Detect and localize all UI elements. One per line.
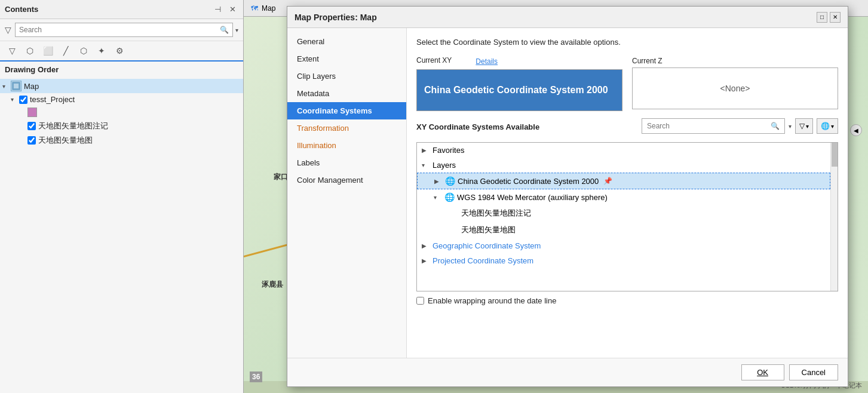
layer1-label: 天地图矢量地图注记 bbox=[38, 121, 108, 131]
china-geodetic-label: China Geodetic Coordinate System 2000 bbox=[458, 177, 599, 186]
nav-extent[interactable]: Extent bbox=[287, 50, 406, 67]
layers-label: Layers bbox=[433, 161, 456, 170]
sub-layer2-item[interactable]: 天地图矢量地图 bbox=[417, 222, 830, 238]
xy-globe-button[interactable]: 🌐 ▾ bbox=[817, 118, 838, 134]
project-tree-item[interactable]: ▾ tesst_Project bbox=[8, 93, 243, 106]
xy-search-dropdown-icon[interactable]: ▾ bbox=[789, 123, 792, 130]
current-xy-label: Current XY bbox=[416, 56, 452, 65]
map-label: Map bbox=[24, 82, 39, 91]
nav-labels[interactable]: Labels bbox=[287, 154, 406, 171]
polygon-tool-icon[interactable]: ⬡ bbox=[76, 44, 91, 58]
wgs1984-expand-icon[interactable]: ▾ bbox=[434, 194, 442, 201]
nav-metadata[interactable]: Metadata bbox=[287, 85, 406, 102]
current-z-value: <None> bbox=[720, 84, 750, 93]
scrollbar-thumb[interactable] bbox=[832, 143, 838, 167]
globe-dropdown-icon: ▾ bbox=[831, 123, 834, 130]
nav-illumination[interactable]: Illumination bbox=[287, 137, 406, 154]
favorites-label: Favorites bbox=[433, 146, 464, 155]
swatch-item bbox=[17, 106, 243, 119]
geographic-cs-label: Geographic Coordinate System bbox=[433, 241, 541, 250]
dialog-restore-button[interactable]: □ bbox=[817, 12, 827, 23]
xy-search-input[interactable] bbox=[647, 122, 771, 130]
xy-search-icon: 🔍 bbox=[771, 122, 780, 130]
map-properties-dialog: Map Properties: Map □ ✕ General Extent C… bbox=[287, 6, 848, 387]
china-pin-icon: 📌 bbox=[603, 177, 612, 185]
cylinder-tool-icon[interactable]: ⬡ bbox=[23, 44, 37, 58]
favorites-item[interactable]: ▶ Favorites bbox=[417, 143, 830, 158]
coord-tree: ▶ Favorites ▾ Layers ▶ 🌐 China Geodet bbox=[417, 143, 830, 291]
coord-header-row: Current XY Details China Geodetic Coordi… bbox=[416, 56, 838, 111]
current-z-box[interactable]: <None> bbox=[632, 67, 838, 109]
line-tool-icon[interactable]: ╱ bbox=[59, 44, 73, 58]
xy-filter-button[interactable]: ▽ ▾ bbox=[795, 118, 813, 134]
search-submit-icon[interactable]: 🔍 bbox=[220, 26, 229, 34]
dialog-body: General Extent Clip Layers Metadata Coor… bbox=[287, 28, 848, 358]
titlebar-icons: ⊣ ✕ bbox=[212, 4, 238, 15]
current-xy-section: Current XY Details China Geodetic Coordi… bbox=[416, 56, 622, 111]
layer1-tree-item[interactable]: 天地图矢量地图注记 bbox=[17, 119, 243, 133]
nav-clip-layers[interactable]: Clip Layers bbox=[287, 67, 406, 85]
cancel-button[interactable]: Cancel bbox=[789, 364, 838, 380]
wrap-checkbox[interactable] bbox=[416, 297, 424, 305]
filter-funnel-icon: ▽ bbox=[799, 122, 805, 130]
pin-window-icon[interactable]: ⊣ bbox=[212, 4, 223, 15]
layer2-label: 天地图矢量地图 bbox=[38, 135, 93, 146]
sub-layer1-item[interactable]: 天地图矢量地图注记 bbox=[417, 205, 830, 222]
china-globe-icon: 🌐 bbox=[445, 176, 455, 186]
current-z-label: Current Z bbox=[632, 57, 662, 65]
ok-button[interactable]: OK bbox=[741, 364, 784, 380]
china-geodetic-expand-icon[interactable]: ▶ bbox=[434, 178, 443, 185]
projected-cs-item[interactable]: ▶ Projected Coordinate System bbox=[417, 253, 830, 268]
favorites-expand-icon[interactable]: ▶ bbox=[422, 147, 430, 153]
layer2-checkbox[interactable] bbox=[27, 136, 36, 145]
project-checkbox[interactable] bbox=[19, 96, 27, 104]
map-expand-icon[interactable]: ▾ bbox=[2, 83, 11, 90]
contents-panel: Contents ⊣ ✕ ▽ 🔍 ▾ ▽ ⬡ ⬜ ╱ ⬡ ✦ ⚙ Drawing… bbox=[0, 0, 244, 393]
map-tree-item[interactable]: ▾ Map bbox=[0, 79, 243, 93]
dialog-close-button[interactable]: ✕ bbox=[830, 12, 841, 23]
project-label: tesst_Project bbox=[30, 95, 75, 104]
nav-color-management[interactable]: Color Management bbox=[287, 171, 406, 189]
wrap-label: Enable wrapping around the date line bbox=[428, 296, 556, 305]
current-xy-box[interactable]: China Geodetic Coordinate System 2000 bbox=[416, 69, 622, 111]
dialog-titlebar: Map Properties: Map □ ✕ bbox=[287, 7, 848, 28]
layer1-checkbox[interactable] bbox=[27, 122, 36, 130]
map-label-36: 36 bbox=[250, 372, 262, 381]
drawing-order-label: Drawing Order bbox=[0, 62, 243, 78]
instruction-text: Select the Coordinate System to view the… bbox=[416, 38, 838, 47]
search-input[interactable] bbox=[19, 26, 220, 34]
contents-toolbar: ▽ ⬡ ⬜ ╱ ⬡ ✦ ⚙ bbox=[0, 41, 243, 62]
wgs1984-item[interactable]: ▾ 🌐 WGS 1984 Web Mercator (auxiliary sph… bbox=[417, 189, 830, 205]
dialog-nav: General Extent Clip Layers Metadata Coor… bbox=[287, 28, 407, 358]
dialog-window-buttons: □ ✕ bbox=[817, 12, 841, 23]
layers-expand-icon[interactable]: ▾ bbox=[422, 162, 430, 168]
tools-icon[interactable]: ⚙ bbox=[112, 44, 127, 58]
filter-icon: ▽ bbox=[5, 25, 11, 35]
geographic-expand-icon[interactable]: ▶ bbox=[422, 242, 430, 249]
xy-available-section: XY Coordinate Systems Available 🔍 ▾ ▽ ▾ bbox=[416, 118, 838, 305]
china-geodetic-item[interactable]: ▶ 🌐 China Geodetic Coordinate System 200… bbox=[417, 173, 830, 189]
map-tab-label: Map bbox=[262, 4, 275, 13]
clip-tool-icon[interactable]: ⬜ bbox=[41, 44, 55, 58]
nav-general[interactable]: General bbox=[287, 33, 406, 50]
projected-expand-icon[interactable]: ▶ bbox=[422, 257, 430, 264]
details-link[interactable]: Details bbox=[476, 57, 498, 66]
search-box: 🔍 bbox=[15, 23, 233, 37]
project-expand-icon[interactable]: ▾ bbox=[11, 96, 19, 103]
contents-title: Contents bbox=[5, 5, 38, 14]
nav-coordinate-systems[interactable]: Coordinate Systems bbox=[287, 102, 406, 119]
layer2-tree-item[interactable]: 天地图矢量地图 bbox=[17, 133, 243, 148]
filter-dropdown-icon: ▾ bbox=[806, 123, 809, 130]
layers-category-item[interactable]: ▾ Layers bbox=[417, 158, 830, 173]
close-panel-icon[interactable]: ✕ bbox=[227, 4, 238, 15]
wgs-globe-icon: 🌐 bbox=[444, 192, 455, 202]
map-expand-btn[interactable]: ◀ bbox=[850, 124, 862, 136]
nav-transformation[interactable]: Transformation bbox=[287, 119, 406, 137]
filter-tool-icon[interactable]: ▽ bbox=[5, 44, 19, 58]
search-dropdown-icon[interactable]: ▾ bbox=[235, 27, 238, 33]
geographic-cs-item[interactable]: ▶ Geographic Coordinate System bbox=[417, 238, 830, 253]
dialog-main-content: Select the Coordinate System to view the… bbox=[407, 28, 848, 358]
coord-tree-scrollbar[interactable] bbox=[830, 143, 838, 291]
star-tool-icon[interactable]: ✦ bbox=[94, 44, 109, 58]
dialog-footer: OK Cancel bbox=[287, 358, 848, 386]
